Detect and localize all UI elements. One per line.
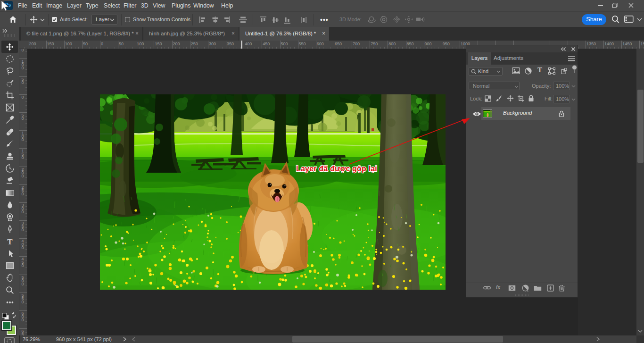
svg-text:T: T <box>7 237 13 246</box>
svg-text:Layer đã được gộp lại: Layer đã được gộp lại <box>296 164 377 173</box>
